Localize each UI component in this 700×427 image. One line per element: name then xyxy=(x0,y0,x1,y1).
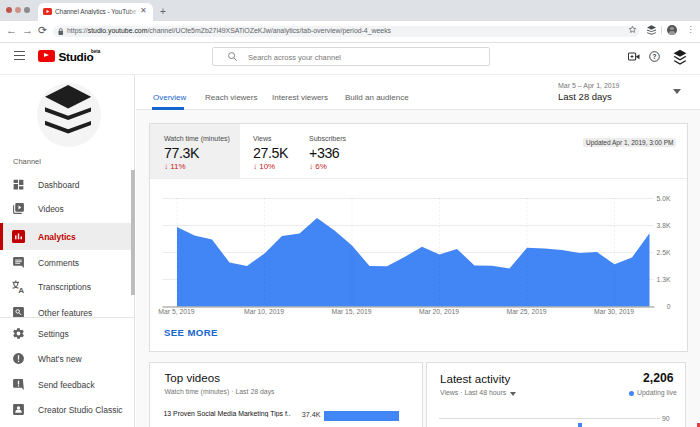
svg-text:?: ? xyxy=(653,53,657,60)
svg-text:A: A xyxy=(18,286,24,293)
